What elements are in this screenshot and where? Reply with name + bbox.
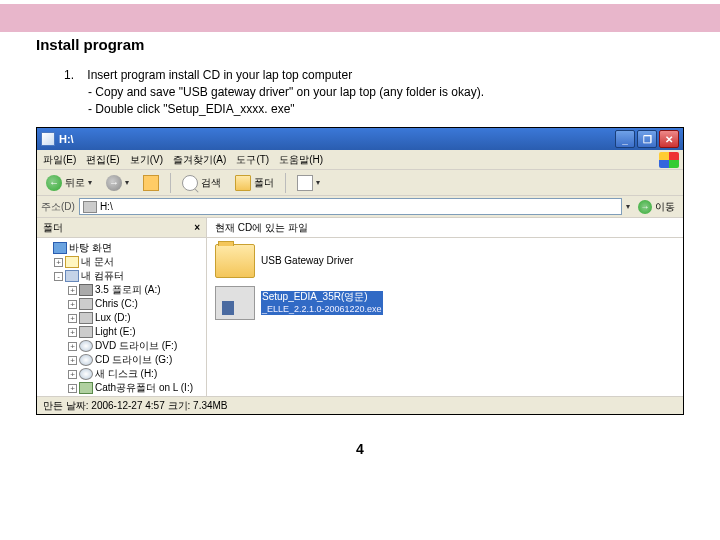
header-accent-bar bbox=[0, 4, 720, 32]
menu-tools[interactable]: 도구(T) bbox=[236, 153, 269, 167]
folders-label: 폴더 bbox=[254, 176, 274, 190]
tree-item-label: 3.5 플로피 (A:) bbox=[95, 283, 161, 297]
menu-bar: 파일(E) 편집(E) 보기(V) 즐겨찾기(A) 도구(T) 도움말(H) bbox=[37, 150, 683, 170]
forward-icon bbox=[106, 175, 122, 191]
disk-icon bbox=[79, 298, 93, 310]
floppy-icon bbox=[79, 284, 93, 296]
tree-item-label: Chris (C:) bbox=[95, 297, 138, 311]
chevron-down-icon: ▾ bbox=[88, 178, 92, 187]
address-value: H:\ bbox=[100, 201, 113, 212]
folders-side-panel: 폴더 × 바탕 화면+내 문서-내 컴퓨터+3.5 플로피 (A:)+Chris… bbox=[37, 218, 207, 396]
address-bar: 주소(D) H:\ ▾ 이동 bbox=[37, 196, 683, 218]
menu-favorites[interactable]: 즐겨찾기(A) bbox=[173, 153, 226, 167]
docs-icon bbox=[65, 256, 79, 268]
expand-toggle[interactable]: + bbox=[68, 342, 77, 351]
comp-icon bbox=[65, 270, 79, 282]
tree-item[interactable]: 바탕 화면 bbox=[40, 241, 203, 255]
disk-icon bbox=[79, 326, 93, 338]
cd-icon bbox=[79, 354, 93, 366]
tree-item[interactable]: +Chris (C:) bbox=[68, 297, 203, 311]
windows-flag-icon bbox=[659, 152, 679, 168]
tree-item[interactable]: +내 문서 bbox=[54, 255, 203, 269]
close-button[interactable]: ✕ bbox=[659, 130, 679, 148]
file-label: USB Gateway Driver bbox=[261, 255, 353, 267]
instruction-number: 1. bbox=[64, 67, 84, 84]
minimize-button[interactable]: _ bbox=[615, 130, 635, 148]
maximize-button[interactable]: ❐ bbox=[637, 130, 657, 148]
search-label: 검색 bbox=[201, 176, 221, 190]
folder-tree[interactable]: 바탕 화면+내 문서-내 컴퓨터+3.5 플로피 (A:)+Chris (C:)… bbox=[37, 238, 206, 396]
toolbar-separator bbox=[285, 173, 286, 193]
file-item[interactable]: USB Gateway Driver bbox=[215, 244, 675, 278]
tree-item[interactable]: +Lux (D:) bbox=[68, 311, 203, 325]
tree-item[interactable]: +3.5 플로피 (A:) bbox=[68, 283, 203, 297]
setup-exe-icon bbox=[215, 286, 255, 320]
expand-toggle[interactable]: + bbox=[68, 370, 77, 379]
expand-toggle[interactable]: + bbox=[68, 300, 77, 309]
expand-toggle[interactable]: - bbox=[54, 272, 63, 281]
expand-toggle[interactable]: + bbox=[68, 328, 77, 337]
explorer-body: 폴더 × 바탕 화면+내 문서-내 컴퓨터+3.5 플로피 (A:)+Chris… bbox=[37, 218, 683, 396]
explorer-window: H:\ _ ❐ ✕ 파일(E) 편집(E) 보기(V) 즐겨찾기(A) 도구(T… bbox=[36, 127, 684, 415]
window-titlebar[interactable]: H:\ _ ❐ ✕ bbox=[37, 128, 683, 150]
go-label: 이동 bbox=[655, 200, 675, 214]
content-items[interactable]: USB Gateway DriverSetup_EDIA_35R(영문)_ELL… bbox=[207, 238, 683, 396]
disk-icon bbox=[79, 312, 93, 324]
tree-item[interactable]: +Light (E:) bbox=[68, 325, 203, 339]
instruction-sub-1: - Copy and save "USB gateway driver" on … bbox=[88, 84, 720, 101]
expand-toggle[interactable]: + bbox=[68, 314, 77, 323]
content-header: 현재 CD에 있는 파일 bbox=[207, 218, 683, 238]
menu-edit[interactable]: 편집(E) bbox=[86, 153, 119, 167]
views-icon bbox=[297, 175, 313, 191]
expand-toggle[interactable]: + bbox=[68, 384, 77, 393]
net-icon bbox=[79, 382, 93, 394]
tree-item-label: 바탕 화면 bbox=[69, 241, 112, 255]
tree-item[interactable]: +CD 드라이브 (G:) bbox=[68, 353, 203, 367]
tree-item[interactable]: -내 컴퓨터 bbox=[54, 269, 203, 283]
expand-toggle[interactable]: + bbox=[54, 258, 63, 267]
chevron-down-icon: ▾ bbox=[125, 178, 129, 187]
address-dropdown-icon[interactable]: ▾ bbox=[626, 202, 630, 211]
back-icon bbox=[46, 175, 62, 191]
up-folder-icon bbox=[143, 175, 159, 191]
drive-icon bbox=[83, 201, 97, 213]
tree-item-label: 새 디스크 (H:) bbox=[95, 367, 157, 381]
file-item[interactable]: Setup_EDIA_35R(영문)_ELLE_2.2.1.0-20061220… bbox=[215, 286, 675, 320]
back-button[interactable]: 뒤로 ▾ bbox=[41, 172, 97, 194]
side-panel-header: 폴더 × bbox=[37, 218, 206, 238]
cd-icon bbox=[79, 368, 93, 380]
toolbar-separator bbox=[170, 173, 171, 193]
folders-button[interactable]: 폴더 bbox=[230, 172, 279, 194]
expand-toggle[interactable]: + bbox=[68, 356, 77, 365]
expand-toggle[interactable]: + bbox=[68, 286, 77, 295]
views-button[interactable]: ▾ bbox=[292, 172, 325, 194]
search-button[interactable]: 검색 bbox=[177, 172, 226, 194]
tree-item-label: Cath공유폴더 on L (I:) bbox=[95, 381, 193, 395]
instruction-block: 1. Insert program install CD in your lap… bbox=[64, 67, 720, 117]
tree-item-label: 내 문서 bbox=[81, 255, 114, 269]
section-title: Install program bbox=[0, 32, 720, 61]
tree-item-label: Light (E:) bbox=[95, 325, 136, 339]
page-number: 4 bbox=[0, 441, 720, 457]
tree-item[interactable]: +DVD 드라이브 (F:) bbox=[68, 339, 203, 353]
go-icon bbox=[638, 200, 652, 214]
desktop-icon bbox=[53, 242, 67, 254]
up-button[interactable] bbox=[138, 172, 164, 194]
tree-item[interactable]: +새 디스크 (H:) bbox=[68, 367, 203, 381]
status-bar: 만든 날짜: 2006-12-27 4:57 크기: 7.34MB bbox=[37, 396, 683, 414]
go-button[interactable]: 이동 bbox=[634, 199, 679, 215]
cd-icon bbox=[79, 340, 93, 352]
menu-file[interactable]: 파일(E) bbox=[43, 153, 76, 167]
tree-item-label: 내 컴퓨터 bbox=[81, 269, 124, 283]
side-panel-title: 폴더 bbox=[43, 221, 63, 235]
content-pane: 현재 CD에 있는 파일 USB Gateway DriverSetup_EDI… bbox=[207, 218, 683, 396]
file-label: Setup_EDIA_35R(영문)_ELLE_2.2.1.0-20061220… bbox=[261, 291, 383, 315]
tree-item[interactable]: +Cath공유폴더 on L (I:) bbox=[68, 381, 203, 395]
menu-help[interactable]: 도움말(H) bbox=[279, 153, 323, 167]
menu-view[interactable]: 보기(V) bbox=[130, 153, 163, 167]
instruction-main: Insert program install CD in your lap to… bbox=[87, 68, 352, 82]
tree-item-label: CD 드라이브 (G:) bbox=[95, 353, 172, 367]
side-panel-close-icon[interactable]: × bbox=[194, 222, 200, 233]
address-field[interactable]: H:\ bbox=[79, 198, 622, 215]
forward-button[interactable]: ▾ bbox=[101, 172, 134, 194]
